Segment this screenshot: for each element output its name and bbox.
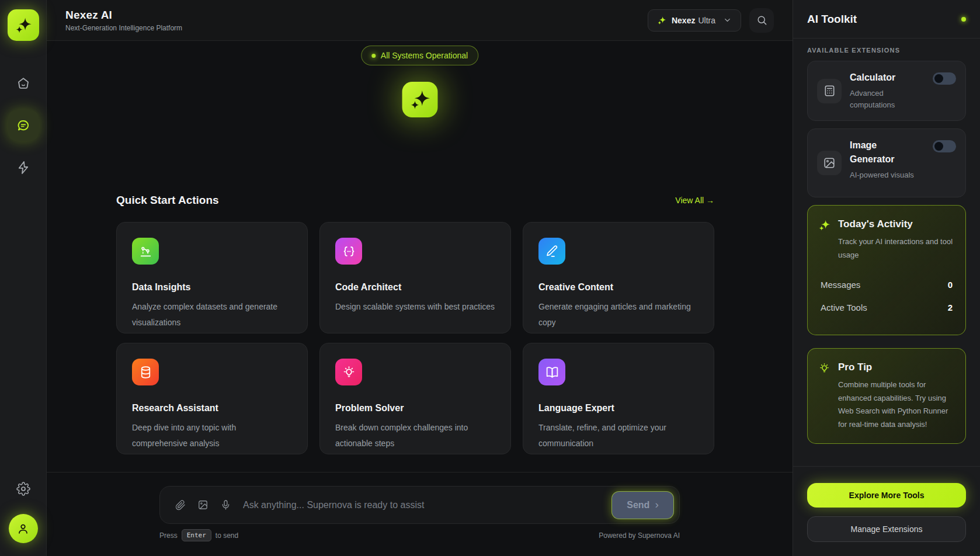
search-button[interactable] xyxy=(749,8,774,33)
sidebar-item-settings[interactable] xyxy=(8,473,39,505)
status-dot-icon xyxy=(371,54,376,58)
image-upload-button[interactable] xyxy=(197,499,208,510)
lightbulb-icon xyxy=(818,362,830,374)
card-description: Generate engaging articles and marketing… xyxy=(538,299,698,331)
chart-icon xyxy=(138,244,153,259)
extension-description: AI-powered visuals xyxy=(850,169,921,181)
card-description: Analyze complex datasets and generate vi… xyxy=(132,299,292,331)
sidebar-item-flash[interactable] xyxy=(8,152,39,183)
card-research-assistant[interactable]: Research Assistant Deep dive into any to… xyxy=(116,343,308,454)
ai-toolkit-panel: AI Toolkit AVAILABLE EXTENSIONS Calculat… xyxy=(793,0,980,556)
card-code-architect[interactable]: Code Architect Design scalable systems w… xyxy=(319,222,511,333)
enter-hint: Press Enter to send xyxy=(159,529,238,541)
view-all-link[interactable]: View All → xyxy=(675,196,714,205)
pro-tip-title: Pro Tip xyxy=(838,362,955,373)
book-icon xyxy=(545,365,559,380)
status-dot-icon xyxy=(961,17,966,22)
image-generator-toggle[interactable] xyxy=(933,140,956,152)
extension-calculator[interactable]: Calculator Advanced computations xyxy=(807,61,966,121)
card-language-expert[interactable]: Language Expert Translate, refine, and o… xyxy=(523,343,714,454)
sparkle-icon xyxy=(657,16,666,25)
quick-start-grid: Data Insights Analyze complex datasets a… xyxy=(116,222,714,454)
card-title: Creative Content xyxy=(538,282,698,293)
send-button[interactable]: Send › xyxy=(611,491,674,519)
stat-messages: Messages 0 xyxy=(818,277,955,292)
card-title: Language Expert xyxy=(538,403,698,413)
send-chevron-icon: › xyxy=(655,498,658,511)
rail-nav xyxy=(8,68,39,183)
paperclip-icon xyxy=(175,500,186,510)
extension-name: Calculator xyxy=(850,71,908,84)
stat-label: Active Tools xyxy=(821,303,867,312)
manage-extensions-button[interactable]: Manage Extensions xyxy=(807,516,966,542)
section-title: Quick Start Actions xyxy=(116,194,219,207)
card-title: Data Insights xyxy=(132,282,292,293)
status-badge-label: All Systems Operational xyxy=(381,51,468,60)
chat-icon xyxy=(16,119,30,133)
page-subtitle: Next-Generation Intelligence Platform xyxy=(65,24,182,32)
sparkle-icon xyxy=(15,16,32,34)
status-badge: All Systems Operational xyxy=(361,46,478,65)
stat-value: 2 xyxy=(948,303,953,312)
card-problem-solver[interactable]: Problem Solver Break down complex challe… xyxy=(319,343,511,454)
search-icon xyxy=(756,15,767,26)
extension-description: Advanced computations xyxy=(850,88,921,111)
composer-zone: Send › Press Enter to send Powered by Su… xyxy=(47,472,793,556)
explore-more-tools-button[interactable]: Explore More Tools xyxy=(807,483,966,508)
stat-value: 0 xyxy=(948,280,953,290)
panel-header: AI Toolkit xyxy=(793,0,980,39)
mic-button[interactable] xyxy=(220,499,231,510)
card-data-insights[interactable]: Data Insights Analyze complex datasets a… xyxy=(116,222,308,333)
attach-button[interactable] xyxy=(175,500,186,510)
pencil-icon xyxy=(545,244,559,258)
sidebar-item-chat[interactable] xyxy=(8,110,39,141)
panel-footer: Explore More Tools Manage Extensions xyxy=(793,466,980,556)
app-logo[interactable] xyxy=(8,9,39,41)
card-title: Research Assistant xyxy=(132,403,292,413)
app-title-block: Nexez AI Next-Generation Intelligence Pl… xyxy=(65,9,182,32)
main-header: Nexez AI Next-Generation Intelligence Pl… xyxy=(47,0,793,41)
panel-title: AI Toolkit xyxy=(807,13,857,26)
image-icon xyxy=(197,499,208,510)
hint-press: Press xyxy=(159,531,178,540)
lightbulb-icon xyxy=(342,365,356,380)
main-area: Nexez AI Next-Generation Intelligence Pl… xyxy=(47,0,793,556)
user-icon xyxy=(16,522,30,536)
microphone-icon xyxy=(220,499,231,510)
powered-by: Powered by Supernova AI xyxy=(599,531,680,540)
sparkle-icon xyxy=(818,219,830,231)
extension-image-generator[interactable]: Image Generator AI-powered visuals xyxy=(807,128,966,197)
extension-name: Image Generator xyxy=(850,138,908,165)
avatar[interactable] xyxy=(9,514,38,543)
gear-icon xyxy=(16,482,30,496)
card-description: Design scalable systems with best practi… xyxy=(335,299,495,315)
toggle-knob xyxy=(934,142,943,151)
image-icon xyxy=(823,157,836,169)
sidebar-item-home[interactable] xyxy=(8,68,39,99)
model-tier: Ultra xyxy=(698,16,715,25)
model-selector[interactable]: Nexez Ultra xyxy=(648,9,741,32)
hero-logo xyxy=(402,82,437,117)
flash-icon xyxy=(16,161,30,175)
chat-input[interactable] xyxy=(243,500,603,510)
card-title: Problem Solver xyxy=(335,403,495,413)
sparkle-icon xyxy=(409,89,430,110)
stat-active-tools: Active Tools 2 xyxy=(818,300,955,315)
send-label: Send xyxy=(627,500,649,510)
enter-key-badge: Enter xyxy=(182,529,211,541)
quick-start-section: Quick Start Actions View All → Data Insi… xyxy=(116,194,714,454)
hint-suffix: to send xyxy=(216,531,238,540)
left-rail xyxy=(0,0,47,556)
calculator-icon xyxy=(823,84,836,98)
code-braces-icon xyxy=(342,244,356,259)
main-content: All Systems Operational Quick Start Acti… xyxy=(47,41,793,472)
composer: Send › xyxy=(159,486,680,524)
page-title: Nexez AI xyxy=(65,9,182,22)
toggle-knob xyxy=(934,74,943,83)
activity-description: Track your AI interactions and tool usag… xyxy=(838,235,955,262)
card-description: Translate, refine, and optimize your com… xyxy=(538,420,698,452)
card-title: Code Architect xyxy=(335,282,495,293)
extensions-label: AVAILABLE EXTENSIONS xyxy=(807,47,966,54)
calculator-toggle[interactable] xyxy=(933,72,956,85)
card-creative-content[interactable]: Creative Content Generate engaging artic… xyxy=(523,222,714,333)
